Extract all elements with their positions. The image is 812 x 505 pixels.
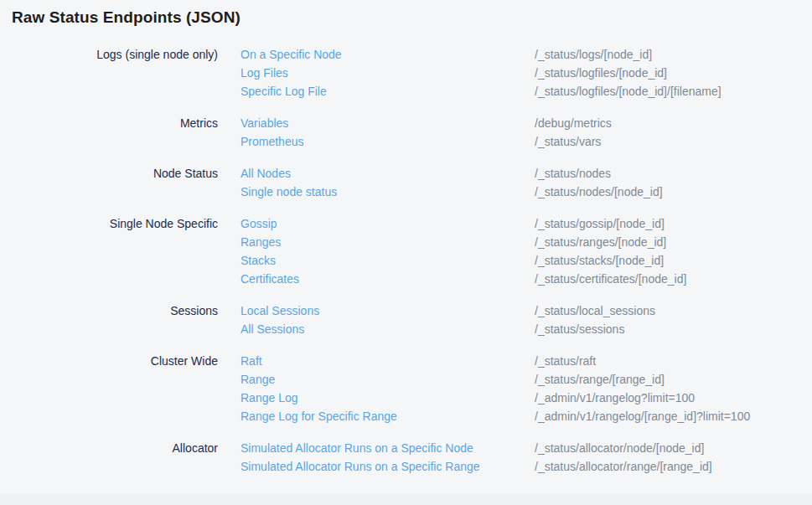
endpoint-link[interactable]: Certificates: [240, 270, 299, 288]
endpoint-path: /_status/logfiles/[node_id]/[filename]: [535, 82, 812, 100]
endpoint-paths: /_status/local_sessions/_status/sessions: [535, 301, 812, 338]
endpoint-path: /_admin/v1/rangelog/[range_id]?limit=100: [535, 407, 812, 425]
endpoint-link[interactable]: Ranges: [240, 233, 281, 251]
endpoint-group: Node StatusAll NodesSingle node status/_…: [12, 164, 812, 201]
endpoint-group: Cluster WideRaftRangeRange LogRange Log …: [12, 352, 812, 425]
endpoint-link[interactable]: Local Sessions: [240, 301, 319, 320]
endpoint-path: /_status/allocator/node/[node_id]: [535, 439, 812, 457]
endpoint-link[interactable]: Range Log for Specific Range: [240, 407, 397, 425]
endpoint-link[interactable]: Single node status: [240, 183, 337, 201]
endpoint-link[interactable]: Simulated Allocator Runs on a Specific N…: [240, 439, 473, 457]
endpoint-paths: /_status/raft/_status/range/[range_id]/_…: [535, 352, 812, 425]
category-label: Node Status: [12, 164, 218, 201]
endpoint-path: /_status/logs/[node_id]: [535, 45, 812, 64]
category-label: Metrics: [12, 114, 218, 151]
endpoint-group: MetricsVariablesPrometheus/debug/metrics…: [12, 114, 812, 151]
category-label: Sessions: [12, 301, 218, 338]
endpoint-link[interactable]: Raft: [240, 352, 262, 370]
endpoint-link[interactable]: Range: [240, 370, 275, 389]
endpoint-path: /_status/gossip/[node_id]: [535, 214, 812, 233]
endpoint-links: Local SessionsAll Sessions: [240, 301, 512, 338]
footer-strip: [0, 494, 812, 505]
endpoint-links: VariablesPrometheus: [240, 114, 512, 151]
debug-endpoints-page: Raw Status Endpoints (JSON) Logs (single…: [0, 0, 812, 476]
endpoint-paths: /_status/nodes/_status/nodes/[node_id]: [535, 164, 812, 201]
endpoint-links: Simulated Allocator Runs on a Specific N…: [240, 439, 512, 476]
endpoint-link[interactable]: Stacks: [240, 251, 276, 270]
endpoint-path: /_status/nodes: [535, 164, 812, 183]
category-label: Logs (single node only): [12, 45, 218, 100]
endpoint-group: AllocatorSimulated Allocator Runs on a S…: [12, 439, 812, 476]
endpoint-groups: Logs (single node only)On a Specific Nod…: [12, 45, 812, 476]
endpoint-path: /_status/sessions: [535, 320, 812, 338]
endpoint-group: SessionsLocal SessionsAll Sessions/_stat…: [12, 301, 812, 338]
endpoint-links: All NodesSingle node status: [240, 164, 512, 201]
endpoint-paths: /_status/gossip/[node_id]/_status/ranges…: [535, 214, 812, 288]
endpoint-links: RaftRangeRange LogRange Log for Specific…: [240, 352, 512, 425]
endpoint-links: GossipRangesStacksCertificates: [240, 214, 512, 288]
endpoint-link[interactable]: Prometheus: [240, 132, 303, 151]
endpoint-links: On a Specific NodeLog FilesSpecific Log …: [240, 45, 512, 100]
endpoint-path: /debug/metrics: [535, 114, 812, 132]
endpoint-link[interactable]: All Sessions: [240, 320, 304, 338]
endpoint-path: /_status/nodes/[node_id]: [535, 183, 812, 201]
endpoint-path: /_status/vars: [535, 132, 812, 151]
endpoint-link[interactable]: Specific Log File: [240, 82, 327, 100]
endpoint-path: /_status/logfiles/[node_id]: [535, 64, 812, 82]
endpoint-paths: /_status/logs/[node_id]/_status/logfiles…: [535, 45, 812, 100]
endpoint-group: Logs (single node only)On a Specific Nod…: [12, 45, 812, 100]
endpoint-paths: /_status/allocator/node/[node_id]/_statu…: [535, 439, 812, 476]
endpoint-path: /_status/local_sessions: [535, 301, 812, 320]
endpoint-path: /_status/range/[range_id]: [535, 370, 812, 389]
endpoint-link[interactable]: Gossip: [240, 214, 277, 233]
endpoint-link[interactable]: Log Files: [240, 64, 288, 82]
endpoint-link[interactable]: Variables: [240, 114, 288, 132]
endpoint-path: /_admin/v1/rangelog?limit=100: [535, 389, 812, 407]
endpoint-path: /_status/allocator/range/[range_id]: [535, 457, 812, 476]
endpoint-path: /_status/ranges/[node_id]: [535, 233, 812, 251]
endpoint-path: /_status/certificates/[node_id]: [535, 270, 812, 288]
category-label: Single Node Specific: [12, 214, 218, 288]
endpoint-paths: /debug/metrics/_status/vars: [535, 114, 812, 151]
endpoint-group: Single Node SpecificGossipRangesStacksCe…: [12, 214, 812, 288]
endpoint-link[interactable]: On a Specific Node: [240, 45, 342, 64]
endpoint-link[interactable]: Simulated Allocator Runs on a Specific R…: [240, 457, 480, 476]
endpoint-link[interactable]: Range Log: [240, 389, 298, 407]
page-title: Raw Status Endpoints (JSON): [12, 8, 812, 27]
category-label: Allocator: [12, 439, 218, 476]
category-label: Cluster Wide: [12, 352, 218, 425]
endpoint-path: /_status/stacks/[node_id]: [535, 251, 812, 270]
endpoint-path: /_status/raft: [535, 352, 812, 370]
endpoint-link[interactable]: All Nodes: [240, 164, 291, 183]
